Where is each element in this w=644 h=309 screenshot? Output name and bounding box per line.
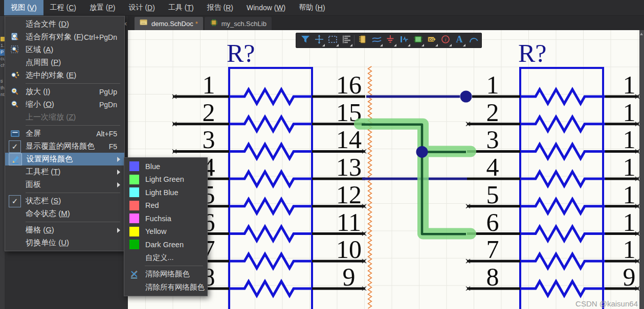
menu-item-show-overridden-net-colors[interactable]: ✓显示覆盖的网络颜色F5 — [5, 140, 124, 153]
submenu-item-custom[interactable]: 自定义... — [124, 251, 207, 265]
menu-item-label: 命令状态 (M) — [26, 209, 70, 219]
select-area-button[interactable] — [325, 34, 339, 47]
menubar-item-project[interactable]: 工程 (C) — [43, 0, 83, 15]
wires-and-pins[interactable]: 116112152131431413415125161161710718989 — [172, 70, 639, 296]
menu-item-fit-document[interactable]: 适合文件 (D) — [5, 18, 124, 31]
submenu-item-color-blue[interactable]: Blue — [124, 160, 207, 173]
power-port-button[interactable] — [383, 34, 397, 47]
junction-dot[interactable] — [416, 146, 428, 158]
panel-text-fragment: th — [0, 85, 5, 91]
menu-item-grids[interactable]: 栅格 (G) — [5, 224, 124, 236]
svg-text:7: 7 — [486, 235, 499, 264]
menu-item-label: 选中的对象 (E) — [26, 70, 76, 80]
menu-item-zoom-in[interactable]: 放大 (I)PgUp — [5, 85, 124, 98]
arc-button[interactable] — [466, 34, 480, 47]
menu-icon-space — [9, 167, 21, 178]
panel-text-fragment: ti — [0, 78, 5, 85]
menu-shortcut: F5 — [109, 142, 117, 151]
menu-item-full-screen[interactable]: 全屏Alt+F5 — [5, 127, 124, 140]
menubar-item-tools[interactable]: 工具 (T) — [162, 0, 201, 15]
menu-separator — [26, 222, 120, 222]
align-button[interactable] — [339, 34, 353, 47]
menu-item-fit-all-objects[interactable]: 适合所有对象 (F)Ctrl+PgDn — [5, 31, 124, 43]
menu-item-zoom-out[interactable]: 缩小 (O)PgDn — [5, 98, 124, 111]
menu-item-label: 显示覆盖的网络颜色 — [26, 141, 95, 151]
view-menu-dropdown: 适合文件 (D)适合所有对象 (F)Ctrl+PgDn区域 (A)点周围 (P)… — [5, 16, 125, 251]
menu-item-label: 工具栏 (T) — [26, 167, 60, 177]
menu-icon-space — [9, 208, 21, 220]
menu-item-previous-zoom[interactable]: 上一次缩放 (Z) — [5, 111, 124, 124]
menu-item-label: 设置网络颜色 — [27, 154, 73, 164]
submenu-item-color-light-blue[interactable]: Light Blue — [124, 186, 207, 199]
part-button[interactable] — [356, 34, 369, 47]
submenu-item-clear-net-color[interactable]: 清除网络颜色 — [124, 268, 207, 281]
svg-text:i: i — [445, 36, 446, 42]
submenu-item-color-red[interactable]: Red — [124, 199, 207, 212]
menu-item-status-bar[interactable]: ✓状态栏 (S) — [5, 195, 124, 207]
menu-item-set-net-colors[interactable]: 设置网络颜色 — [5, 153, 124, 165]
menu-item-toolbars[interactable]: 工具栏 (T) — [5, 165, 124, 178]
zoom-area-icon — [9, 44, 21, 56]
menu-item-area[interactable]: 区域 (A) — [5, 43, 124, 56]
menu-icon-space — [9, 179, 21, 191]
clear-net-color-icon — [129, 269, 139, 279]
menu-shortcut: Alt+F5 — [96, 130, 117, 138]
menubar: 视图 (V)工程 (C)放置 (P)设计 (D)工具 (T)报告 (R)Wind… — [0, 0, 644, 16]
menubar-item-reports[interactable]: 报告 (R) — [201, 0, 240, 15]
menubar-item-view[interactable]: 视图 (V) — [4, 0, 43, 15]
menubar-item-design[interactable]: 设计 (D) — [122, 0, 162, 15]
dropdown-corner-icon — [449, 44, 452, 46]
vertical-scrollbar[interactable] — [639, 30, 644, 309]
menubar-item-help[interactable]: 帮助 (H) — [292, 0, 331, 15]
menu-item-toggle-units[interactable]: 切换单位 (U) — [5, 236, 124, 249]
pin-button[interactable] — [397, 34, 411, 47]
svg-text:A: A — [456, 34, 462, 44]
submenu-arrow-icon — [117, 170, 120, 175]
color-swatch — [129, 240, 139, 249]
blue-net-wires[interactable] — [362, 97, 467, 179]
junction-dot[interactable] — [460, 91, 472, 103]
menu-item-selected-objects[interactable]: 选中的对象 (E) — [5, 69, 124, 82]
menu-item-label: 上一次缩放 (Z) — [26, 112, 76, 122]
menubar-item-window[interactable]: Window (W) — [240, 0, 292, 15]
menubar-item-place[interactable]: 放置 (P) — [83, 0, 122, 15]
submenu-item-color-light-green[interactable]: Light Green — [124, 173, 207, 186]
submenu-item-color-yellow[interactable]: Yellow — [124, 225, 207, 239]
menu-item-around-point[interactable]: 点周围 (P) — [5, 56, 124, 69]
submenu-item-label: 自定义... — [145, 253, 174, 263]
menu-icon-space — [9, 57, 21, 68]
port-button[interactable]: D1 — [425, 34, 438, 47]
wire-button[interactable] — [369, 34, 383, 47]
menu-item-label: 区域 (A) — [26, 45, 53, 55]
schdoc-file-icon — [140, 18, 151, 29]
svg-text:2: 2 — [486, 98, 499, 127]
svg-text:6: 6 — [486, 208, 499, 236]
set-net-color-icon — [9, 153, 22, 165]
tab-demo-schdoc[interactable]: demo.SchDoc* — [135, 17, 203, 30]
designator-left: R? — [227, 39, 255, 67]
scroll-up-icon[interactable] — [640, 33, 643, 35]
resistor-array-symbol-right[interactable]: R? — [518, 39, 603, 309]
collapsed-panel-edge[interactable]: 1.Pcuchtithnt — [0, 15, 5, 309]
sheet-symbol-button[interactable] — [411, 34, 425, 47]
color-swatch — [129, 213, 139, 223]
submenu-item-color-dark-green[interactable]: Dark Green — [124, 238, 207, 251]
submenu-item-color-fuchsia[interactable]: Fuchsia — [124, 212, 207, 225]
svg-text:1: 1 — [623, 235, 636, 264]
svg-text:1: 1 — [623, 125, 636, 154]
tab-my-sch-schlib[interactable]: my_sch.SchLib — [205, 17, 272, 30]
schlib-file-icon — [210, 18, 221, 29]
filter-button[interactable] — [298, 34, 312, 47]
menu-item-panels[interactable]: 面板 — [5, 178, 124, 191]
text-string-button[interactable]: A — [452, 34, 466, 47]
panel-text-fragment: ch — [0, 62, 5, 69]
no-erc-button[interactable]: i — [438, 34, 452, 47]
zoom-in-icon — [9, 86, 21, 98]
submenu-item-clear-all-net-colors[interactable]: 清除所有网络颜色 — [124, 281, 207, 294]
menu-item-command-status[interactable]: 命令状态 (M) — [5, 207, 124, 220]
move-button[interactable] — [312, 34, 325, 47]
submenu-arrow-icon — [117, 182, 120, 187]
svg-text:1: 1 — [203, 70, 215, 99]
resistor-array-symbol-left[interactable]: R? — [227, 39, 312, 309]
svg-text:12: 12 — [336, 180, 362, 209]
